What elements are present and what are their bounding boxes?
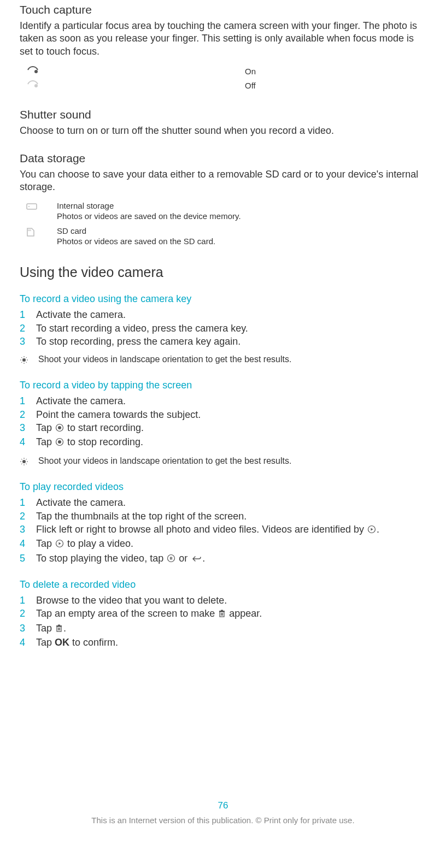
stop-record-icon <box>55 436 64 450</box>
list-item: Tap OK to confirm. <box>20 636 426 649</box>
svg-point-31 <box>168 554 175 562</box>
svg-point-3 <box>28 206 30 207</box>
touch-on-label: On <box>245 67 256 76</box>
step-text: Tap <box>36 637 55 648</box>
svg-rect-45 <box>58 624 60 625</box>
pause-circle-icon <box>167 553 175 566</box>
heading-touch-capture: Touch capture <box>20 0 426 16</box>
trash-icon <box>55 623 63 636</box>
list-item: Tap the thumbnails at the top right of t… <box>20 510 426 523</box>
task-heading-delete-video: To delete a recorded video <box>20 579 426 591</box>
steps-play-videos: Activate the camera. Tap the thumbnails … <box>20 496 426 565</box>
internal-storage-desc: Photos or videos are saved on the device… <box>57 211 241 221</box>
svg-line-28 <box>26 459 27 460</box>
sd-card-title: SD card <box>57 226 215 235</box>
body-shutter-sound: Choose to turn on or turn off the shutte… <box>20 125 426 137</box>
step-text: appear. <box>226 608 262 619</box>
heading-data-storage: Data storage <box>20 149 426 165</box>
steps-record-tap-screen: Activate the camera. Point the camera to… <box>20 394 426 450</box>
step-text: to confirm. <box>69 637 118 648</box>
play-circle-icon <box>55 538 64 551</box>
svg-point-1 <box>34 84 38 87</box>
svg-line-13 <box>26 362 27 363</box>
body-data-storage: You can choose to save your data either … <box>20 168 426 194</box>
steps-delete-video: Browse to the video that you want to del… <box>20 594 426 649</box>
list-item: To stop recording, press the camera key … <box>20 335 426 348</box>
step-text: . <box>202 553 205 564</box>
list-item: Activate the camera. <box>20 496 426 509</box>
step-text: Tap <box>36 436 55 447</box>
list-item: Tap an empty area of the screen to make … <box>20 607 426 621</box>
list-item: Point the camera towards the subject. <box>20 408 426 421</box>
svg-line-25 <box>21 459 22 460</box>
svg-point-20 <box>22 460 26 463</box>
svg-line-27 <box>21 464 22 465</box>
tip-row: Shoot your videos in landscape orientati… <box>20 355 426 367</box>
footer-note: This is an Internet version of this publ… <box>0 816 446 825</box>
tip-bulb-icon <box>20 356 28 367</box>
step-text: To stop playing the video, tap <box>36 553 166 564</box>
svg-point-17 <box>58 426 61 429</box>
svg-line-15 <box>26 357 27 358</box>
tip-text: Shoot your videos in landscape orientati… <box>38 456 291 466</box>
step-text: . <box>377 524 379 535</box>
page-number: 76 <box>0 800 446 811</box>
svg-rect-39 <box>221 610 223 611</box>
record-icon <box>55 422 64 435</box>
step-text: to start recording. <box>64 422 144 433</box>
list-item: Activate the camera. <box>20 394 426 408</box>
svg-rect-32 <box>170 557 171 559</box>
step-text: to play a video. <box>64 538 133 549</box>
sd-card-desc: Photos or videos are saved on the SD car… <box>57 237 215 246</box>
svg-rect-38 <box>219 611 225 612</box>
tip-bulb-icon <box>20 457 28 468</box>
list-item: Tap . <box>20 622 426 636</box>
svg-rect-2 <box>27 204 37 209</box>
touch-option-off: Off <box>20 80 426 91</box>
svg-rect-33 <box>172 557 173 559</box>
step-text: Tap <box>36 422 55 433</box>
option-internal-storage: Internal storage Photos or videos are sa… <box>26 201 426 221</box>
data-storage-options: Internal storage Photos or videos are sa… <box>26 201 426 246</box>
heading-shutter-sound: Shutter sound <box>20 105 426 121</box>
list-item: Browse to the video that you want to del… <box>20 594 426 607</box>
tip-row: Shoot your videos in landscape orientati… <box>20 456 426 468</box>
list-item: Flick left or right to browse all photo … <box>20 523 426 537</box>
svg-line-26 <box>26 464 27 465</box>
step-text: Tap an empty area of the screen to make <box>36 608 218 619</box>
step-text: to stop recording. <box>64 436 143 447</box>
step-text: Flick left or right to browse all photo … <box>36 524 367 535</box>
list-item: To start recording a video, press the ca… <box>20 322 426 335</box>
svg-point-0 <box>34 70 38 73</box>
svg-line-12 <box>21 357 22 358</box>
body-touch-capture: Identify a particular focus area by touc… <box>20 20 426 58</box>
touch-on-icon <box>27 66 39 76</box>
list-item: Tap to play a video. <box>20 537 426 551</box>
list-item: Tap to start recording. <box>20 421 426 435</box>
list-item: To stop playing the video, tap or . <box>20 552 426 566</box>
step-text: or <box>176 553 190 564</box>
touch-off-icon <box>27 80 39 91</box>
task-heading-play-videos: To play recorded videos <box>20 481 426 493</box>
steps-record-camera-key: Activate the camera. To start recording … <box>20 308 426 348</box>
option-sd-card: SD card Photos or videos are saved on th… <box>26 226 426 246</box>
heading-using-video-camera: Using the video camera <box>20 264 426 280</box>
touch-off-label: Off <box>245 81 256 90</box>
back-arrow-icon <box>191 553 202 566</box>
list-item: Activate the camera. <box>20 308 426 321</box>
step-text: . <box>63 623 66 634</box>
page-footer: 76 This is an Internet version of this p… <box>0 800 446 825</box>
internal-storage-icon <box>26 202 37 213</box>
svg-point-19 <box>58 440 61 444</box>
task-heading-record-tap-screen: To record a video by tapping the screen <box>20 380 426 391</box>
touch-capture-options: On Off <box>20 66 426 91</box>
list-item: Tap to stop recording. <box>20 435 426 450</box>
svg-rect-44 <box>56 625 62 627</box>
svg-point-7 <box>22 358 26 362</box>
internal-storage-title: Internal storage <box>57 201 241 210</box>
touch-option-on: On <box>20 66 426 76</box>
task-heading-record-camera-key: To record a video using the camera key <box>20 293 426 305</box>
svg-line-14 <box>21 362 22 363</box>
sd-card-icon <box>26 227 35 239</box>
trash-icon <box>218 608 226 621</box>
